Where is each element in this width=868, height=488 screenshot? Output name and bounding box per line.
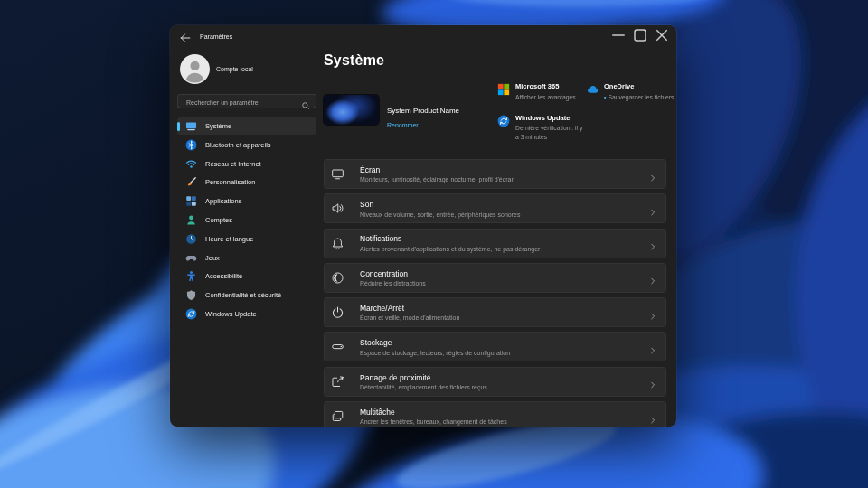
microsoft-365-logo [497,83,510,96]
apps-icon [185,195,197,207]
device-name: System Product Name [387,107,459,115]
sidebar-item-accessibilite[interactable]: Accessibilité [177,267,316,285]
windows-update-icon [497,115,510,127]
focus-icon [331,271,344,285]
card-title: OneDrive [604,82,674,90]
chevron-right-icon [648,239,657,248]
page-title: Système [324,52,384,69]
account-section: Compte local [180,54,316,84]
privacy-icon [185,289,197,301]
settings-window: Paramètres Compte local SystèmeBluetooth… [170,25,676,427]
notifications-icon [331,237,344,250]
status-cards: Microsoft 365 Afficher les avantages One… [497,82,676,143]
search-input[interactable] [184,95,297,109]
time-language-icon [185,233,197,245]
sidebar-item-jeux[interactable]: Jeux [177,249,316,267]
settings-row-concentration[interactable]: ConcentrationRéduire les distractions [324,263,666,293]
search-box [177,94,316,108]
personalization-icon [185,176,197,188]
sidebar-item-comptes[interactable]: Comptes [177,211,316,229]
accounts-icon [185,214,197,226]
card-subtitle: Afficher les avantages [515,93,576,102]
user-avatar-icon [180,54,210,84]
power-icon [331,305,344,319]
settings-row-notifications[interactable]: NotificationsAlertes provenant d'applica… [324,229,666,258]
settings-row-marche-arret[interactable]: Marche/ArrêtÉcran et veille, mode d'alim… [324,297,666,327]
settings-row-partage-proximite[interactable]: Partage de proximitéDétectabilité, empla… [324,367,666,397]
chevron-right-icon [648,343,657,352]
network-icon [185,158,197,170]
account-name: Compte local [216,66,253,72]
system-icon [185,120,197,132]
card-windows-update[interactable]: Windows Update Dernière vérification : i… [497,114,586,143]
bluetooth-icon [185,139,197,151]
chevron-right-icon [648,204,657,213]
settings-list: ÉcranMoniteurs, luminosité, éclairage no… [324,159,666,427]
window-title: Paramètres [200,33,232,40]
back-button[interactable] [179,32,192,42]
window-controls [608,27,673,43]
card-microsoft-365[interactable]: Microsoft 365 Afficher les avantages [497,82,586,102]
sidebar-item-applications[interactable]: Applications [177,192,316,210]
sidebar-nav: SystèmeBluetooth et appareilsRéseau et I… [177,117,316,323]
card-onedrive[interactable]: OneDrive ▪Sauvegarder les fichiers [586,82,676,102]
sidebar-item-personnalisation[interactable]: Personnalisation [177,174,316,191]
sidebar-item-heure-langue[interactable]: Heure et langue [177,230,316,248]
sidebar-item-reseau[interactable]: Réseau et Internet [177,155,316,173]
chevron-right-icon [648,412,657,421]
desktop: Paramètres Compte local SystèmeBluetooth… [0,0,868,488]
sidebar-item-systeme[interactable]: Système [177,117,316,135]
sidebar-item-windows-update[interactable]: Windows Update [177,305,316,323]
nearby-share-icon [331,375,344,389]
storage-icon [331,340,344,353]
card-subtitle: Dernière vérification : il y a 3 minutes [515,124,586,142]
minimize-button[interactable] [608,27,629,43]
device-thumbnail-image [324,95,379,125]
settings-row-son[interactable]: SonNiveaux de volume, sortie, entrée, pé… [324,193,666,223]
main-content: Système System Product Name Renommer Mic… [324,49,676,427]
status-bullet: ▪ [604,94,606,100]
settings-row-stockage[interactable]: StockageEspace de stockage, lecteurs, rè… [324,332,666,361]
accessibility-icon [185,270,197,282]
sidebar-item-bluetooth[interactable]: Bluetooth et appareils [177,136,316,154]
chevron-right-icon [648,170,657,179]
titlebar: Paramètres [170,25,676,49]
selected-indicator [177,122,180,131]
card-subtitle: ▪Sauvegarder les fichiers [604,93,674,102]
display-icon [331,167,344,181]
games-icon [185,252,197,264]
sound-icon [331,202,344,215]
multitasking-icon [331,409,344,423]
close-button[interactable] [651,27,673,43]
card-title: Microsoft 365 [515,82,576,90]
sidebar-item-confidentialite[interactable]: Confidentialité et sécurité [177,286,316,304]
device-info: System Product Name Renommer [387,107,459,131]
maximize-button[interactable] [629,27,651,43]
chevron-right-icon [648,273,657,282]
settings-row-multitache[interactable]: MultitâcheAncrer les fenêtres, bureaux, … [324,401,666,427]
search-icon [301,98,310,107]
rename-device-link[interactable]: Renommer [387,122,419,128]
windows-update-icon [185,308,197,320]
card-title: Windows Update [515,114,586,122]
sidebar: Compte local SystèmeBluetooth et apparei… [170,49,324,427]
chevron-right-icon [648,308,657,317]
chevron-right-icon [648,377,657,386]
onedrive-cloud-icon [586,83,599,96]
settings-row-ecran[interactable]: ÉcranMoniteurs, luminosité, éclairage no… [324,159,666,189]
